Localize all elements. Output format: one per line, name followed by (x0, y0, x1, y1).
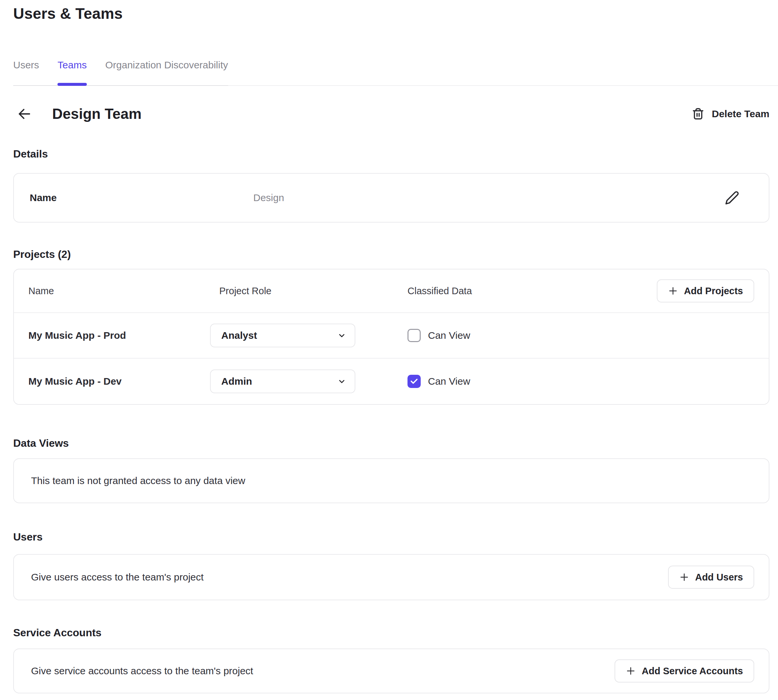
plus-icon (668, 286, 678, 296)
tab-users[interactable]: Users (13, 60, 39, 85)
can-view-label: Can View (428, 330, 470, 341)
pencil-icon (725, 190, 740, 205)
arrow-left-icon (17, 106, 32, 122)
can-view-label: Can View (428, 376, 470, 387)
data-views-heading: Data Views (13, 437, 770, 450)
plus-icon (626, 666, 636, 676)
page-title: Users & Teams (13, 5, 770, 22)
chevron-down-icon (338, 331, 346, 340)
data-views-card: This team is not granted access to any d… (13, 458, 770, 503)
details-card: Name Design (13, 173, 770, 223)
users-empty-text: Give users access to the team's project (31, 572, 204, 583)
project-role-select[interactable]: Admin (210, 370, 355, 393)
users-heading: Users (13, 530, 770, 543)
back-button[interactable] (15, 105, 34, 123)
data-views-empty-text: This team is not granted access to any d… (31, 475, 245, 487)
trash-icon (692, 107, 705, 121)
tab-bar: Users Teams Organization Discoverability (13, 60, 770, 86)
details-heading: Details (13, 147, 770, 160)
service-accounts-empty-text: Give service accounts access to the team… (31, 665, 253, 677)
team-title: Design Team (52, 106, 142, 122)
add-projects-button[interactable]: Add Projects (657, 279, 754, 302)
project-name: My Music App - Prod (14, 330, 210, 341)
tab-list: Users Teams Organization Discoverability (13, 60, 228, 86)
can-view-checkbox[interactable] (408, 375, 421, 388)
chevron-down-icon (338, 377, 346, 386)
tab-organization-discoverability[interactable]: Organization Discoverability (105, 60, 228, 85)
project-name: My Music App - Dev (14, 376, 210, 387)
projects-heading: Projects (2) (13, 248, 770, 261)
edit-name-button[interactable] (723, 189, 741, 207)
service-accounts-card: Give service accounts access to the team… (13, 648, 770, 693)
add-service-accounts-button[interactable]: Add Service Accounts (615, 659, 754, 682)
service-accounts-heading: Service Accounts (13, 626, 770, 639)
team-header: Design Team Delete Team (13, 104, 770, 123)
projects-table-header: Name Project Role Classified Data Add Pr… (14, 270, 769, 313)
add-users-label: Add Users (695, 572, 743, 583)
can-view-checkbox[interactable] (408, 329, 421, 342)
users-card: Give users access to the team's project … (13, 554, 770, 600)
delete-team-button[interactable]: Delete Team (692, 104, 770, 123)
tab-teams[interactable]: Teams (57, 60, 87, 85)
table-row-project-prod: My Music App - Prod Analyst Can View (14, 313, 769, 358)
team-name-label: Name (30, 192, 253, 203)
projects-table: Name Project Role Classified Data Add Pr… (13, 269, 770, 405)
column-header-name: Name (14, 286, 210, 297)
project-role-value: Admin (221, 376, 252, 387)
project-role-value: Analyst (221, 330, 257, 341)
add-projects-label: Add Projects (684, 286, 743, 297)
add-service-accounts-label: Add Service Accounts (641, 666, 743, 677)
delete-team-label: Delete Team (711, 108, 770, 120)
team-name-value: Design (253, 192, 723, 203)
column-header-classified-data: Classified Data (355, 286, 553, 297)
column-header-project-role: Project Role (210, 286, 355, 297)
plus-icon (679, 572, 689, 582)
project-role-select[interactable]: Analyst (210, 323, 355, 347)
add-users-button[interactable]: Add Users (668, 566, 754, 589)
check-icon (410, 377, 418, 386)
table-row-project-dev: My Music App - Dev Admin Can View (14, 358, 769, 404)
